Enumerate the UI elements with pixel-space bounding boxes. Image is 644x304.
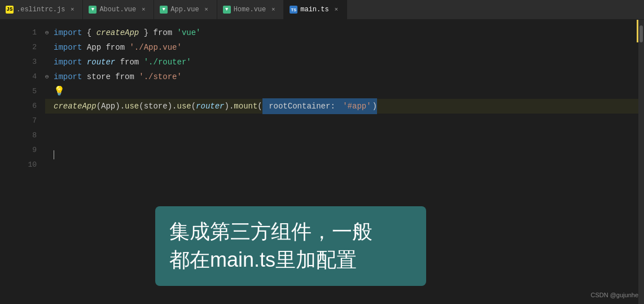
mount-method: mount: [234, 99, 257, 114]
change-indicator: [637, 20, 638, 42]
code-plain-1b: }: [139, 25, 153, 40]
from-keyword-2: from: [106, 40, 129, 55]
tab-label-main: main.ts: [300, 6, 328, 14]
tab-label-about: About.vue: [99, 6, 136, 14]
tab-label-home: Home.vue: [234, 6, 266, 14]
tab-eslintrc[interactable]: JS .eslintrc.js ×: [0, 0, 83, 20]
code-plain-6b: (store).: [139, 99, 177, 114]
line-num-6: 6: [32, 99, 37, 114]
fold-icon-4[interactable]: ⊖: [45, 70, 54, 84]
tab-label-app: App.vue: [170, 6, 199, 14]
keyword-import-4: import: [54, 70, 82, 84]
line-num-5: 5: [32, 84, 37, 99]
line-numbers-gutter: 1 2 3 4 5 6 7 8 9 10: [0, 20, 42, 304]
code-plain-4a: store: [82, 70, 115, 84]
tooltip-text: 集成第三方组件，一般 都在main.ts里加配置: [169, 220, 373, 271]
line-num-1: 1: [32, 25, 37, 40]
line-num-8: 8: [32, 128, 37, 143]
ts-icon-main: TS: [290, 6, 297, 14]
code-content[interactable]: ⊖ import { createApp } from 'vue' import…: [42, 20, 638, 304]
createapp-fn: createApp: [97, 25, 139, 40]
use-method-2: use: [177, 99, 191, 114]
scrollbar-thumb[interactable]: [639, 25, 643, 42]
fold-icon-1[interactable]: ⊖: [45, 25, 54, 40]
code-plain-6e: (: [257, 99, 262, 114]
scrollbar-right[interactable]: [638, 20, 644, 304]
from-keyword-1: from: [153, 25, 177, 40]
code-line-1: ⊖ import { createApp } from 'vue': [45, 25, 638, 40]
tab-label-eslintrc: .eslintrc.js: [16, 6, 65, 14]
keyword-import-3: import: [54, 55, 82, 70]
watermark: CSDN @gujunhe: [590, 292, 638, 298]
tab-home-vue[interactable]: ▼ Home.vue ×: [217, 0, 284, 20]
line-num-10: 10: [28, 158, 37, 172]
string-store: './store': [139, 70, 182, 84]
line-num-2: 2: [32, 40, 37, 55]
editor-area: 1 2 3 4 5 6 7 8 9 10 ⊖ import { createAp…: [0, 20, 644, 304]
line-num-9: 9: [32, 143, 37, 158]
lightbulb-icon[interactable]: 💡: [54, 84, 65, 99]
text-cursor: [54, 150, 54, 159]
use-method-1: use: [125, 99, 139, 114]
vue-icon-about: ▼: [89, 6, 97, 14]
router-ref: router: [196, 99, 224, 114]
string-app-vue: './App.vue': [129, 40, 181, 55]
keyword-import-1: import: [54, 25, 82, 40]
code-plain-2a: App: [82, 40, 106, 55]
code-plain-6a: (App).: [97, 99, 125, 114]
close-icon-eslintrc[interactable]: ×: [68, 5, 77, 14]
line-num-3: 3: [32, 55, 37, 70]
tab-main-ts[interactable]: TS main.ts ×: [284, 0, 347, 20]
tooltip-annotation: 集成第三方组件，一般 都在main.ts里加配置: [155, 206, 426, 286]
tab-about-vue[interactable]: ▼ About.vue ×: [83, 0, 154, 20]
string-router: './router': [144, 55, 191, 70]
code-plain-6c: (: [191, 99, 196, 114]
line-num-7: 7: [32, 114, 37, 128]
code-line-2: import App from './App.vue': [45, 40, 638, 55]
code-plain-6d: ).: [225, 99, 234, 114]
js-icon: JS: [6, 6, 14, 14]
tab-bar: JS .eslintrc.js × ▼ About.vue × ▼ App.vu…: [0, 0, 644, 20]
code-line-5: 💡: [45, 84, 638, 99]
from-keyword-4: from: [115, 70, 139, 84]
keyword-import-2: import: [54, 40, 82, 55]
code-line-6: createApp (App). use (store). use ( rout…: [45, 99, 638, 114]
close-icon-app[interactable]: ×: [202, 5, 211, 14]
router-var: router: [87, 55, 115, 70]
string-app-id: '#app': [341, 98, 372, 114]
code-line-4: ⊖ import store from './store': [45, 70, 638, 84]
tab-app-vue[interactable]: ▼ App.vue ×: [154, 0, 217, 20]
code-plain-1a: {: [82, 25, 96, 40]
from-keyword-3: from: [115, 55, 143, 70]
code-line-3: import router from './router': [45, 55, 638, 70]
root-container-highlighted: rootContainer:: [262, 98, 341, 114]
createapp-call: createApp: [54, 99, 97, 114]
string-vue: 'vue': [177, 25, 201, 40]
code-line-cursor: [45, 147, 638, 162]
vue-icon-app: ▼: [160, 6, 168, 14]
code-plain-3a: [82, 55, 86, 70]
close-icon-home[interactable]: ×: [269, 5, 278, 14]
code-plain-6f: ): [373, 98, 377, 114]
close-icon-main[interactable]: ×: [332, 5, 341, 14]
close-icon-about[interactable]: ×: [139, 5, 148, 14]
line-num-4: 4: [32, 70, 37, 84]
vue-icon-home: ▼: [223, 6, 231, 14]
